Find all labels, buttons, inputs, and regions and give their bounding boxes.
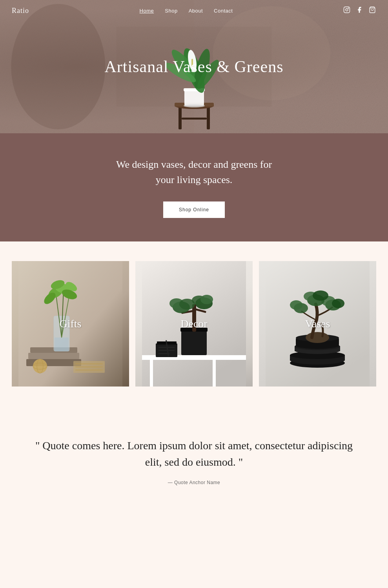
- product-label-gifts: Gifts: [60, 318, 82, 330]
- site-logo[interactable]: Ratio: [12, 7, 29, 15]
- svg-point-16: [184, 104, 205, 107]
- nav-shop[interactable]: Shop: [165, 8, 177, 14]
- product-label-decor: Decor: [180, 318, 207, 330]
- cart-icon[interactable]: [368, 6, 376, 15]
- tagline-text: We design vases, decor and greens foryou…: [12, 157, 376, 187]
- svg-point-78: [306, 332, 329, 343]
- nav-home[interactable]: Home: [140, 8, 154, 14]
- svg-point-60: [200, 295, 213, 304]
- svg-rect-0: [344, 7, 350, 13]
- svg-rect-9: [179, 106, 182, 129]
- svg-point-86: [313, 290, 328, 301]
- tagline-section: We design vases, decor and greens foryou…: [0, 133, 388, 241]
- product-card-decor[interactable]: Decor: [135, 261, 253, 387]
- svg-point-81: [332, 299, 344, 308]
- svg-rect-29: [55, 338, 69, 351]
- nav-icons-group: [343, 6, 376, 15]
- nav-contact[interactable]: Contact: [214, 8, 233, 14]
- svg-point-1: [346, 9, 348, 11]
- facebook-icon[interactable]: [356, 6, 363, 15]
- site-header: Ratio Home Shop About Contact: [0, 0, 388, 21]
- instagram-icon[interactable]: [343, 6, 350, 15]
- svg-point-83: [290, 300, 302, 310]
- svg-rect-43: [75, 363, 103, 365]
- product-card-gifts[interactable]: Gifts: [12, 261, 129, 387]
- svg-rect-49: [213, 360, 216, 387]
- products-grid: Gifts: [12, 261, 376, 387]
- nav-about[interactable]: About: [189, 8, 203, 14]
- svg-rect-50: [181, 330, 207, 355]
- quote-author: — Quote Anchor Name: [31, 480, 357, 485]
- svg-rect-44: [75, 366, 103, 368]
- svg-rect-26: [28, 353, 79, 359]
- quote-text: " Quote comes here. Lorem ipsum dolor si…: [31, 437, 357, 470]
- svg-point-39: [33, 359, 47, 373]
- svg-rect-11: [182, 118, 207, 120]
- svg-rect-10: [207, 106, 210, 129]
- product-card-vases[interactable]: Vases: [259, 261, 376, 387]
- product-label-vases: Vases: [305, 318, 330, 330]
- svg-rect-45: [75, 369, 103, 371]
- shop-online-button[interactable]: Shop Online: [163, 201, 225, 218]
- svg-point-7: [11, 4, 105, 129]
- products-section: Gifts: [0, 241, 388, 406]
- svg-rect-48: [150, 360, 153, 387]
- quote-section: " Quote comes here. Lorem ipsum dolor si…: [0, 406, 388, 509]
- main-nav: Home Shop About Contact: [140, 7, 233, 14]
- hero-title: Artisanal Vases & Greens: [105, 57, 284, 76]
- svg-point-2: [348, 8, 349, 8]
